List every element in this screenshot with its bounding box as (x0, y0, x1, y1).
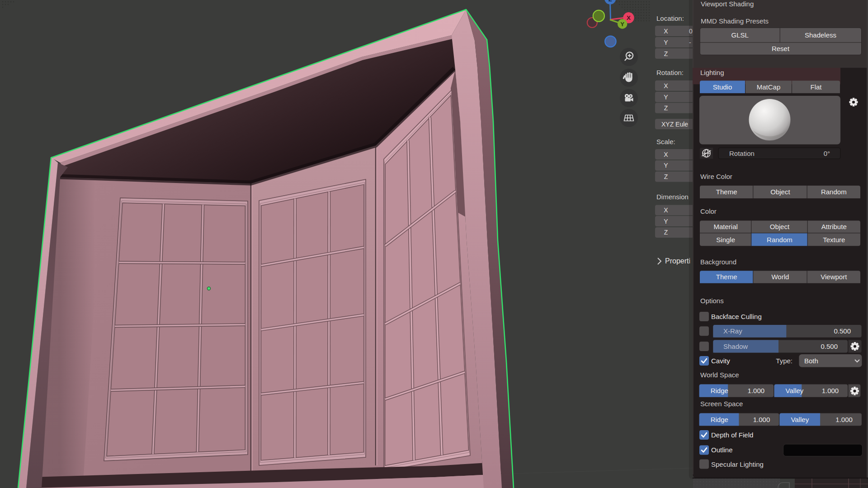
svg-text:0.500: 0.500 (821, 343, 838, 350)
svg-text:Studio: Studio (713, 83, 732, 91)
svg-text:0°: 0° (824, 150, 830, 157)
svg-text:X: X (664, 28, 668, 35)
svg-text:Flat: Flat (810, 83, 822, 91)
svg-text:1.000: 1.000 (822, 387, 839, 394)
svg-text:Y: Y (664, 39, 668, 46)
svg-text:Theme: Theme (716, 188, 737, 196)
svg-text:Y: Y (664, 94, 668, 101)
svg-text:Both: Both (804, 357, 818, 365)
svg-text:X-Ray: X-Ray (723, 327, 742, 335)
svg-text:Rotation:: Rotation: (656, 69, 684, 76)
svg-text:XYZ Eule: XYZ Eule (661, 121, 688, 128)
svg-text:1.000: 1.000 (748, 387, 765, 394)
svg-text:Random: Random (821, 188, 847, 196)
svg-text:Object: Object (770, 223, 790, 230)
svg-text:Properti: Properti (665, 257, 690, 265)
svg-text:Backface Culling: Backface Culling (711, 313, 762, 320)
svg-text:MMD Shading Presets: MMD Shading Presets (701, 17, 769, 25)
svg-text:Z: Z (664, 50, 668, 57)
svg-text:Y: Y (664, 218, 668, 225)
svg-text:Y: Y (664, 162, 668, 169)
svg-text:1.000: 1.000 (835, 416, 853, 423)
svg-text:X: X (664, 151, 668, 158)
svg-text:Theme: Theme (716, 273, 737, 281)
svg-text:Random: Random (767, 236, 793, 244)
svg-text:X: X (627, 14, 631, 21)
svg-text:X: X (664, 82, 668, 89)
svg-text:Lighting: Lighting (700, 69, 724, 76)
svg-text:Shadeless: Shadeless (805, 31, 836, 39)
svg-text:Ridge: Ridge (711, 416, 728, 423)
svg-text:Y: Y (620, 21, 624, 28)
svg-text:1.000: 1.000 (753, 416, 770, 423)
svg-text:World: World (771, 273, 789, 281)
svg-text:Viewport: Viewport (821, 273, 847, 281)
svg-text:X: X (664, 206, 668, 214)
svg-text:Rotation: Rotation (729, 150, 755, 157)
svg-text:World Space: World Space (700, 371, 739, 379)
svg-text:Valley: Valley (786, 387, 804, 394)
svg-text:MatCap: MatCap (757, 83, 781, 91)
svg-text:Wire Color: Wire Color (700, 173, 732, 180)
svg-text:Z: Z (664, 229, 668, 236)
svg-text:Z: Z (664, 104, 668, 112)
svg-text:0.500: 0.500 (834, 327, 851, 335)
svg-text:Scale:: Scale: (656, 138, 675, 145)
svg-text:Viewport Shading: Viewport Shading (701, 0, 754, 8)
svg-text:Shadow: Shadow (723, 343, 748, 350)
svg-text:Options: Options (700, 297, 724, 305)
svg-text:Valley: Valley (791, 416, 809, 423)
svg-text:Reset: Reset (772, 45, 790, 52)
svg-text:Dimension: Dimension (656, 193, 689, 201)
svg-text:Z: Z (609, 0, 612, 3)
svg-text:Color: Color (700, 207, 717, 215)
svg-text:Screen Space: Screen Space (700, 400, 743, 408)
svg-text:Attribute: Attribute (821, 223, 847, 230)
svg-text:Background: Background (700, 258, 736, 266)
svg-text:GLSL: GLSL (731, 31, 749, 39)
svg-text:Ridge: Ridge (711, 387, 728, 394)
svg-text:Material: Material (713, 223, 737, 230)
svg-text:Depth of Field: Depth of Field (711, 431, 753, 439)
svg-text:Location:: Location: (656, 14, 684, 22)
svg-text:Single: Single (716, 236, 735, 244)
svg-text:Specular Lighting: Specular Lighting (711, 460, 764, 468)
svg-text:Object: Object (770, 188, 790, 196)
svg-text:Cavity: Cavity (711, 357, 730, 365)
svg-text:Type:: Type: (776, 357, 793, 365)
svg-text:Z: Z (664, 173, 668, 180)
svg-text:Outline: Outline (711, 446, 733, 454)
svg-text:Texture: Texture (823, 236, 845, 244)
